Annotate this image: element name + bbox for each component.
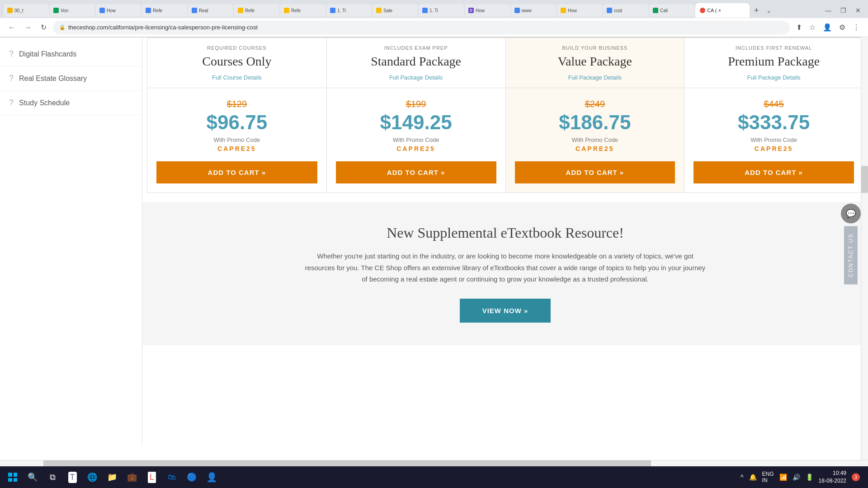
tab-favicon-real xyxy=(192,8,197,13)
tab-how1[interactable]: How xyxy=(96,4,141,17)
tab-favicon-active xyxy=(700,8,705,13)
pricing-name-premium: Premium Package xyxy=(693,54,854,69)
tab-overflow-button[interactable]: ⌄ xyxy=(764,7,774,14)
tab-real[interactable]: Real xyxy=(188,4,233,17)
promo-label-value: With Promo Code xyxy=(515,136,675,143)
maximize-button[interactable]: ❐ xyxy=(837,7,850,14)
pricing-body-courses-only: $129 $96.75 With Promo Code CAPRE25 ADD … xyxy=(147,88,326,192)
sidebar-label-glossary: Real Estate Glossary xyxy=(19,75,87,83)
promo-code-courses-only: CAPRE25 xyxy=(156,145,317,152)
share-icon[interactable]: ⬆ xyxy=(793,21,805,33)
new-tab-button[interactable]: + xyxy=(750,6,763,15)
contact-us-label[interactable]: CONTACT US xyxy=(844,226,858,285)
forward-button[interactable]: → xyxy=(22,22,34,33)
taskbar-task-view[interactable]: ⧉ xyxy=(43,468,61,486)
tray-notification-icon[interactable]: 🔔 xyxy=(749,474,757,481)
menu-icon[interactable]: ⋮ xyxy=(850,21,863,33)
ms-teams-icon: 💼 xyxy=(127,472,137,482)
taskbar-google-chrome[interactable]: 🔵 xyxy=(183,468,201,486)
profile-icon[interactable]: 👤 xyxy=(820,21,835,33)
tray-battery-icon[interactable]: 🔋 xyxy=(806,474,813,481)
page-content: ? Digital Flashcards ? Real Estate Gloss… xyxy=(0,38,868,445)
standard-details-link[interactable]: Full Package Details xyxy=(389,74,443,81)
tab-sale[interactable]: Sale xyxy=(373,4,418,17)
value-details-link[interactable]: Full Package Details xyxy=(568,74,622,81)
add-to-cart-value[interactable]: ADD TO CART » xyxy=(515,161,675,183)
tray-wifi-icon[interactable]: 📶 xyxy=(779,474,787,481)
tab-refe3[interactable]: Refe xyxy=(280,4,326,17)
pricing-header-value: BUILD YOUR BUSINESS Value Package Full P… xyxy=(506,38,684,88)
tray-chevron-icon[interactable]: ^ xyxy=(741,474,744,481)
scrollbar-thumb[interactable] xyxy=(861,166,868,193)
close-button[interactable]: ✕ xyxy=(852,7,864,14)
extensions-icon[interactable]: ⚙ xyxy=(836,21,848,33)
hscrollbar-thumb[interactable] xyxy=(43,460,651,466)
tab-gmail[interactable]: Von xyxy=(50,4,95,17)
glossary-icon: ? xyxy=(9,74,14,83)
taskbar-edge[interactable]: 🌐 xyxy=(83,468,101,486)
back-button[interactable]: ← xyxy=(5,22,18,33)
taskbar-teams[interactable]: T xyxy=(63,468,81,486)
main-content: REQUIRED COURSES Courses Only Full Cours… xyxy=(142,38,868,445)
window-controls: — ❐ ✕ xyxy=(821,7,864,14)
scrollbar[interactable] xyxy=(861,37,868,466)
new-price-standard: $149.25 xyxy=(336,111,496,134)
store-icon: 🛍 xyxy=(168,473,176,482)
start-button[interactable] xyxy=(4,468,22,486)
tab-favicon-1ti1 xyxy=(330,8,335,13)
teams-icon: T xyxy=(68,472,77,483)
add-to-cart-courses-only[interactable]: ADD TO CART » xyxy=(156,161,317,183)
view-now-button[interactable]: VIEW NOW » xyxy=(460,299,551,323)
tab-cali[interactable]: Cali xyxy=(649,4,694,17)
taskbar-file-explorer[interactable]: 📁 xyxy=(103,468,121,486)
supplemental-description: Whether you're just starting out in the … xyxy=(302,250,709,285)
tab-how2[interactable]: B How xyxy=(465,4,510,17)
tab-www[interactable]: www xyxy=(511,4,556,17)
tab-how3[interactable]: How xyxy=(557,4,602,17)
tab-refe2[interactable]: Refe xyxy=(234,4,279,17)
sidebar-item-flashcards[interactable]: ? Digital Flashcards xyxy=(0,42,142,66)
tab-favicon-how3 xyxy=(561,8,566,13)
tab-favicon-how1 xyxy=(99,8,105,13)
promo-code-premium: CAPRE25 xyxy=(693,145,854,152)
promo-label-standard: With Promo Code xyxy=(336,136,496,143)
lock-icon: 🔒 xyxy=(59,24,66,30)
taskbar-store[interactable]: 🛍 xyxy=(163,468,181,486)
tab-label-refe1: Refe xyxy=(153,8,184,13)
sidebar-item-study-schedule[interactable]: ? Study Schedule xyxy=(0,91,142,115)
horizontal-scrollbar[interactable] xyxy=(0,460,868,466)
tray-notification-badge[interactable]: 3 xyxy=(852,473,860,481)
tab-refe1[interactable]: Refe xyxy=(142,4,187,17)
pricing-tag-standard: INCLUDES EXAM PREP xyxy=(336,45,496,51)
taskbar-profile[interactable]: 👤 xyxy=(203,468,221,486)
pricing-header-standard: INCLUDES EXAM PREP Standard Package Full… xyxy=(327,38,505,88)
pricing-col-courses-only: REQUIRED COURSES Courses Only Full Cours… xyxy=(147,38,326,192)
tab-cost[interactable]: cost xyxy=(603,4,648,17)
add-to-cart-premium[interactable]: ADD TO CART » xyxy=(693,161,854,183)
pricing-col-standard: INCLUDES EXAM PREP Standard Package Full… xyxy=(326,38,505,192)
sidebar-item-glossary[interactable]: ? Real Estate Glossary xyxy=(0,66,142,91)
tab-00t[interactable]: 00_t xyxy=(4,4,49,17)
url-bar[interactable]: 🔒 theceshop.com/california/pre-licensing… xyxy=(53,21,790,34)
tab-1ti2[interactable]: 1. Ti xyxy=(419,4,464,17)
tab-1ti1[interactable]: 1. Ti xyxy=(326,4,372,17)
tab-label-refe3: Refe xyxy=(291,8,322,13)
reload-button[interactable]: ↻ xyxy=(38,21,49,33)
tray-sound-icon[interactable]: 🔊 xyxy=(793,474,800,481)
chat-bubble[interactable]: 💬 xyxy=(841,204,861,224)
bookmark-icon[interactable]: ☆ xyxy=(807,21,818,33)
tray-clock[interactable]: 10:49 18-08-2022 xyxy=(819,469,846,485)
windows-icon xyxy=(8,473,17,482)
taskbar-notepad[interactable]: L xyxy=(143,468,161,486)
taskbar-search[interactable]: 🔍 xyxy=(24,468,42,486)
courses-only-details-link[interactable]: Full Course Details xyxy=(212,74,262,81)
pricing-body-value: $249 $186.75 With Promo Code CAPRE25 ADD… xyxy=(506,88,684,192)
minimize-button[interactable]: — xyxy=(821,7,835,14)
add-to-cart-standard[interactable]: ADD TO CART » xyxy=(336,161,496,183)
premium-details-link[interactable]: Full Package Details xyxy=(747,74,801,81)
tab-favicon-refe2 xyxy=(238,8,243,13)
tab-favicon-sale xyxy=(376,8,382,13)
tab-active[interactable]: CA ( × xyxy=(695,3,750,18)
taskbar-ms-teams-pinned[interactable]: 💼 xyxy=(123,468,141,486)
pricing-col-value: BUILD YOUR BUSINESS Value Package Full P… xyxy=(505,38,684,192)
